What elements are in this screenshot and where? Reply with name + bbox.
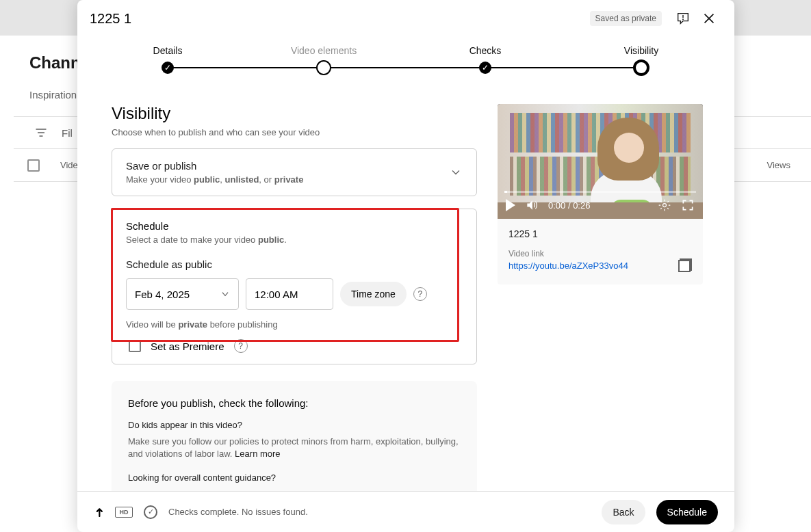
kids-q: Do kids appear in this video?: [128, 420, 461, 430]
before-publish-heading: Before you publish, check the following:: [128, 397, 461, 409]
preview-title: 1225 1: [509, 228, 692, 239]
save-or-publish-card[interactable]: Save or publish Make your video public, …: [112, 148, 477, 196]
page-subtitle: Choose when to publish and who can see y…: [112, 127, 477, 137]
scrub-bar[interactable]: [504, 191, 696, 193]
svg-point-1: [682, 18, 684, 20]
step-visibility-label[interactable]: Visibility: [580, 45, 703, 56]
schedule-date-value: Feb 4, 2025: [135, 289, 190, 300]
chevron-down-icon: [449, 165, 463, 179]
checks-status-icon: ✓: [144, 505, 157, 519]
save-publish-desc: Make your video public, unlisted, or pri…: [126, 174, 449, 185]
step-details-label[interactable]: Details: [106, 45, 229, 56]
video-link[interactable]: https://youtu.be/aZXeP33vo44: [509, 261, 628, 271]
play-icon[interactable]: [506, 199, 515, 211]
step-video-elements-icon[interactable]: [316, 60, 331, 75]
learn-more-link[interactable]: Learn more: [235, 449, 280, 459]
schedule-time-input[interactable]: 12:00 AM: [246, 278, 333, 310]
premiere-help-icon[interactable]: ?: [234, 339, 248, 353]
checks-status-text: Checks complete. No issues found.: [168, 507, 308, 517]
settings-icon[interactable]: [658, 198, 671, 212]
schedule-date-select[interactable]: Feb 4, 2025: [126, 278, 239, 310]
page-title: Visibility: [112, 104, 477, 123]
upload-status-icon[interactable]: ➜: [92, 507, 107, 517]
video-link-label: Video link: [509, 249, 692, 258]
save-publish-title: Save or publish: [126, 160, 449, 172]
saved-status-badge: Saved as private: [590, 11, 662, 26]
bg-select-all-checkbox[interactable]: [27, 159, 40, 172]
schedule-as-public-label: Schedule as public: [126, 258, 463, 270]
dialog-footer: ➜ HD ✓ Checks complete. No issues found.…: [77, 491, 734, 532]
dialog-header: 1225 1 Saved as private: [77, 0, 734, 37]
timezone-button[interactable]: Time zone: [340, 282, 407, 306]
timezone-help-icon[interactable]: ?: [413, 287, 427, 301]
step-visibility-icon[interactable]: [633, 59, 649, 76]
video-thumbnail[interactable]: 0:00 / 0:26: [498, 104, 703, 219]
filter-icon[interactable]: [34, 126, 48, 139]
bg-filter-text[interactable]: Fil: [62, 127, 73, 139]
premiere-label: Set as Premiere: [151, 341, 224, 352]
feedback-icon[interactable]: [670, 5, 696, 31]
schedule-card: Schedule Select a date to make your vide…: [112, 209, 477, 364]
back-button[interactable]: Back: [602, 500, 645, 524]
step-details-icon[interactable]: ✓: [162, 62, 174, 74]
svg-point-2: [663, 204, 667, 207]
close-icon[interactable]: [696, 5, 722, 31]
premiere-checkbox[interactable]: [129, 340, 141, 352]
step-checks-label[interactable]: Checks: [424, 45, 547, 56]
schedule-button[interactable]: Schedule: [656, 500, 718, 524]
schedule-desc: Select a date to make your video public.: [126, 235, 463, 245]
upload-dialog: 1225 1 Saved as private Details ✓ Video …: [77, 0, 734, 532]
stepper: Details ✓ Video elements Checks ✓ Visibi…: [153, 37, 659, 90]
fullscreen-icon[interactable]: [681, 198, 695, 212]
step-video-elements-label[interactable]: Video elements: [262, 45, 385, 56]
schedule-time-value: 12:00 AM: [255, 289, 298, 300]
kids-a: Make sure you follow our policies to pro…: [128, 436, 461, 460]
timecode: 0:00 / 0:26: [548, 200, 590, 211]
volume-icon[interactable]: [525, 198, 539, 212]
schedule-note: Video will be private before publishing: [126, 319, 463, 330]
bg-col-views: Views: [767, 160, 790, 170]
schedule-title: Schedule: [126, 220, 463, 232]
chevron-down-icon: [220, 289, 230, 299]
hd-badge-icon: HD: [115, 507, 133, 518]
publish-info-card: Before you publish, check the following:…: [112, 381, 477, 491]
dialog-title: 1225 1: [90, 11, 131, 27]
video-preview: 0:00 / 0:26 1225 1 Video link https://yo…: [498, 104, 703, 284]
step-checks-icon[interactable]: ✓: [479, 62, 491, 74]
bg-tab-inspiration[interactable]: Inspiration: [29, 89, 77, 101]
guidance-q: Looking for overall content guidance?: [128, 473, 461, 483]
copy-icon[interactable]: [678, 258, 692, 272]
bg-tabs: Inspiration: [29, 89, 77, 101]
